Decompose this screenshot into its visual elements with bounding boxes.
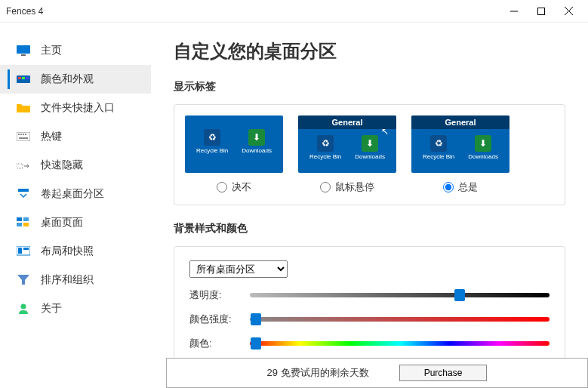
rollup-icon [17, 189, 30, 199]
sidebar-item-quick-hide[interactable]: 快速隐藏 [0, 151, 151, 180]
scope-dropdown[interactable]: 所有桌面分区 [189, 260, 288, 278]
sidebar-item-label: 排序和组织 [41, 273, 94, 287]
sidebar-item-label: 布局和快照 [41, 245, 94, 258]
sidebar-item-label: 文件夹快捷入口 [41, 101, 115, 115]
radio-never-label: 决不 [232, 180, 251, 194]
sidebar-item-label: 关于 [41, 302, 62, 316]
svg-rect-10 [17, 132, 30, 141]
label-option-hover: General ↖ ♻Recycle Bin ⬇Downloads 鼠标悬停 [298, 115, 396, 194]
window-title: Fences 4 [6, 6, 500, 17]
svg-rect-14 [25, 134, 26, 135]
keyboard-icon [17, 131, 30, 142]
bg-style-section: 背景样式和颜色 所有桌面分区 透明度: 颜色强度: [174, 222, 565, 362]
svg-rect-13 [23, 134, 24, 135]
person-icon [17, 303, 30, 314]
svg-rect-16 [17, 164, 23, 168]
preview-never[interactable]: ♻Recycle Bin ⬇Downloads [185, 115, 283, 173]
page-title: 自定义您的桌面分区 [174, 39, 565, 63]
radio-never[interactable]: 决不 [217, 180, 251, 194]
svg-rect-9 [26, 77, 29, 79]
intensity-thumb[interactable] [251, 313, 261, 325]
radio-hover-label: 鼠标悬停 [335, 180, 374, 194]
bg-panel: 所有桌面分区 透明度: 颜色强度: 颜色: [174, 246, 565, 362]
hue-label: 颜色: [189, 337, 250, 350]
svg-rect-18 [17, 217, 22, 221]
intensity-slider[interactable] [250, 317, 550, 322]
close-button[interactable] [555, 1, 582, 22]
sidebar-item-rollup[interactable]: 卷起桌面分区 [0, 180, 151, 208]
svg-rect-21 [23, 223, 29, 226]
sidebar-item-layout[interactable]: 布局和快照 [0, 237, 151, 266]
svg-rect-24 [23, 248, 29, 250]
hue-slider-row: 颜色: [189, 337, 550, 350]
sidebar-item-folder-portals[interactable]: 文件夹快捷入口 [0, 94, 151, 122]
purchase-button[interactable]: Purchase [399, 365, 488, 381]
palette-icon [17, 74, 30, 85]
section-title-bg: 背景样式和颜色 [174, 222, 565, 236]
svg-rect-11 [18, 134, 20, 135]
sidebar-item-home[interactable]: 主页 [0, 36, 151, 65]
opacity-slider[interactable] [250, 293, 550, 297]
label-option-never: ♻Recycle Bin ⬇Downloads 决不 [185, 115, 283, 194]
label-previews: ♻Recycle Bin ⬇Downloads 决不 General ↖ [174, 104, 565, 205]
sidebar-item-desktop-pages[interactable]: 桌面页面 [0, 208, 151, 237]
intensity-label: 颜色强度: [189, 313, 250, 326]
main-panel: 自定义您的桌面分区 显示标签 ♻Recycle Bin ⬇Downloads 决… [151, 23, 588, 388]
sidebar-item-label: 桌面页面 [41, 216, 83, 229]
section-title-show-labels: 显示标签 [174, 80, 565, 94]
minimize-button[interactable] [500, 1, 528, 22]
sidebar: 主页 颜色和外观 文件夹快捷入口 热键 快速隐藏 卷起桌面分区 桌面页面 布局 [0, 23, 151, 388]
svg-rect-23 [18, 248, 22, 254]
hide-icon [17, 160, 30, 171]
svg-rect-1 [538, 8, 545, 14]
svg-point-25 [21, 304, 26, 309]
content-area: 主页 颜色和外观 文件夹快捷入口 热键 快速隐藏 卷起桌面分区 桌面页面 布局 [0, 23, 588, 388]
svg-rect-7 [18, 77, 21, 79]
label-option-always: General ♻Recycle Bin ⬇Downloads 总是 [411, 115, 509, 194]
sidebar-item-label: 热键 [41, 130, 62, 143]
svg-rect-5 [21, 54, 26, 56]
svg-rect-8 [22, 77, 25, 79]
hue-slider[interactable] [250, 341, 550, 346]
radio-never-input[interactable] [217, 182, 227, 192]
radio-always[interactable]: 总是 [443, 180, 478, 194]
svg-rect-17 [18, 189, 29, 192]
preview-hover[interactable]: General ↖ ♻Recycle Bin ⬇Downloads [298, 115, 396, 173]
intensity-slider-row: 颜色强度: [189, 313, 550, 326]
trial-bar: 29 免费试用的剩余天数 Purchase [166, 358, 588, 388]
sidebar-item-label: 主页 [41, 44, 62, 57]
sidebar-item-label: 快速隐藏 [41, 159, 83, 172]
opacity-thumb[interactable] [454, 289, 465, 301]
hue-thumb[interactable] [251, 337, 261, 350]
sidebar-item-label: 颜色和外观 [41, 72, 94, 86]
radio-hover[interactable]: 鼠标悬停 [320, 180, 374, 194]
radio-always-input[interactable] [443, 182, 454, 192]
sidebar-item-appearance[interactable]: 颜色和外观 [0, 65, 151, 94]
sidebar-item-hotkeys[interactable]: 热键 [0, 122, 151, 151]
svg-rect-19 [23, 217, 29, 221]
svg-rect-20 [17, 223, 22, 226]
layout-icon [17, 246, 30, 257]
grid-icon [17, 217, 30, 228]
window-controls [500, 1, 582, 22]
sidebar-item-label: 卷起桌面分区 [41, 187, 104, 201]
sidebar-item-about[interactable]: 关于 [0, 294, 151, 323]
titlebar: Fences 4 [0, 0, 588, 23]
filter-icon [17, 275, 30, 285]
cursor-icon: ↖ [381, 126, 389, 137]
monitor-icon [17, 45, 30, 56]
opacity-label: 透明度: [189, 288, 250, 302]
svg-rect-12 [20, 134, 22, 135]
svg-rect-4 [17, 45, 30, 54]
opacity-slider-row: 透明度: [189, 288, 550, 302]
radio-hover-input[interactable] [320, 182, 331, 192]
radio-always-label: 总是 [458, 180, 478, 194]
sidebar-item-sorting[interactable]: 排序和组织 [0, 266, 151, 294]
maximize-button[interactable] [528, 1, 555, 22]
trial-text: 29 免费试用的剩余天数 [267, 366, 369, 380]
svg-rect-15 [19, 137, 28, 139]
folder-icon [17, 103, 30, 113]
preview-always[interactable]: General ♻Recycle Bin ⬇Downloads [411, 115, 509, 173]
show-labels-section: 显示标签 ♻Recycle Bin ⬇Downloads 决不 [174, 80, 565, 205]
